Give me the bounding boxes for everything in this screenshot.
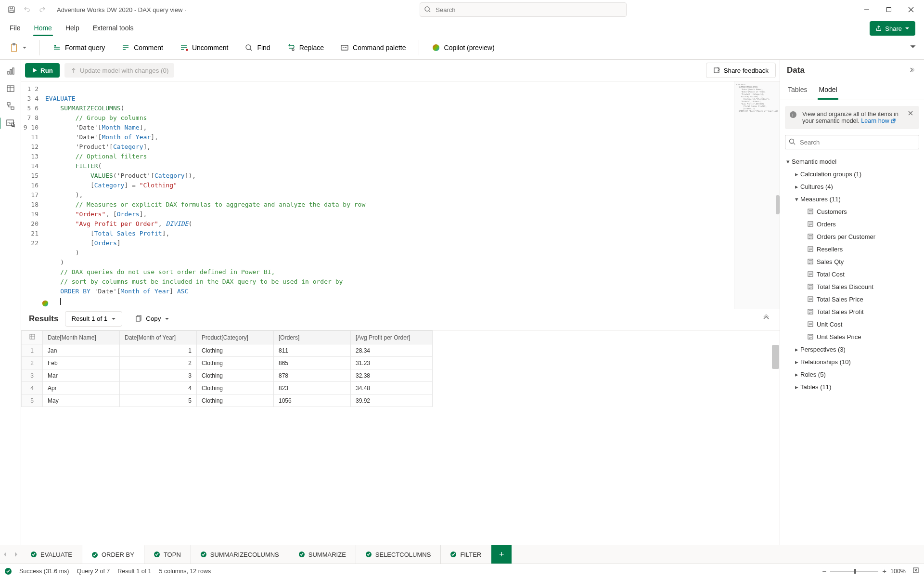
result-selector[interactable]: Result 1 of 1 [65,311,122,327]
global-search-input[interactable] [420,2,627,17]
view-model-icon[interactable] [3,98,18,114]
table-row[interactable]: 1Jan1Clothing81128.34 [22,344,433,357]
model-search-input[interactable] [785,135,919,149]
tree-node[interactable]: ▸Cultures (4) [783,180,921,193]
code-area[interactable]: EVALUATE SUMMARIZECOLUMNS( // Group by c… [42,81,734,309]
measure-item[interactable]: Total Sales Profit [783,305,921,318]
measure-item[interactable]: Total Sales Price [783,293,921,305]
measure-icon [806,246,815,252]
close-button[interactable] [900,0,922,19]
measure-item[interactable]: Customers [783,205,921,218]
zoom-out-button[interactable]: − [822,567,826,575]
model-tree[interactable]: ▾Semantic model▸Calculation groups (1)▸C… [780,153,924,398]
view-table-icon[interactable] [3,81,18,96]
tree-root[interactable]: ▾Semantic model [783,155,921,168]
collapse-results-button[interactable] [760,312,772,325]
dax-editor[interactable]: 1 2 3 4 5 6 7 8 9 10 11 12 13 14 15 16 1… [21,81,780,309]
query-tab-filter[interactable]: FILTER [441,545,491,564]
run-button[interactable]: Run [25,63,60,78]
replace-button[interactable]: Replace [283,40,328,55]
col-category[interactable]: Product[Category] [197,331,274,344]
measure-item[interactable]: Unit Sales Price [783,330,921,343]
learn-how-link[interactable]: Learn how [861,118,896,124]
collapse-datapane-button[interactable] [906,66,917,75]
global-search[interactable] [420,2,627,17]
copy-button[interactable]: Copy [129,311,175,327]
check-icon [299,552,305,557]
col-orders[interactable]: [Orders] [274,331,351,344]
measure-item[interactable]: Total Sales Discount [783,280,921,293]
uncomment-button[interactable]: Uncomment [176,40,232,55]
query-tab-topn[interactable]: TOPN [144,545,191,564]
svg-rect-12 [13,68,14,74]
menu-external-tools[interactable]: External tools [92,21,135,36]
measure-item[interactable]: Resellers [783,243,921,255]
svg-point-9 [433,44,439,51]
check-icon [366,552,372,557]
query-tab-evaluate[interactable]: EVALUATE [21,545,82,564]
uncomment-icon [180,43,188,52]
comment-button[interactable]: Comment [117,40,167,55]
paste-button[interactable] [6,40,31,55]
col-month-name[interactable]: Date[Month Name] [43,331,120,344]
measure-item[interactable]: Orders [783,218,921,230]
minimap[interactable]: EVALUATE SUMMARIZECOLUMNS( 'Date'[Month … [734,81,780,309]
col-avg-profit[interactable]: [Avg Profit per Order] [351,331,433,344]
tree-node[interactable]: ▸Calculation groups (1) [783,168,921,180]
find-button[interactable]: Find [241,40,274,55]
collapse-ribbon-button[interactable] [908,41,918,53]
tree-node[interactable]: ▸Tables (11) [783,381,921,393]
zoom-fit-icon[interactable] [912,567,919,575]
tab-model[interactable]: Model [818,81,838,100]
col-month-of-year[interactable]: Date[Month of Year] [120,331,197,344]
menu-help[interactable]: Help [64,21,80,36]
minimize-button[interactable] [856,0,878,19]
query-tab-order-by[interactable]: ORDER BY [82,545,144,564]
svg-rect-0 [9,7,14,13]
tree-node[interactable]: ▸Perspectives (3) [783,343,921,355]
query-tab-summarizecolumns[interactable]: SUMMARIZECOLUMNS [191,545,289,564]
measure-icon [806,296,815,302]
find-icon [244,43,253,52]
share-button[interactable]: Share [870,21,915,36]
zoom-slider[interactable] [830,571,878,572]
measure-item[interactable]: Orders per Customer [783,230,921,243]
svg-rect-13 [7,86,14,92]
undo-button[interactable] [20,3,34,16]
view-report-icon[interactable] [3,64,18,79]
command-palette-button[interactable]: Command palette [336,40,410,55]
table-row[interactable]: 2Feb2Clothing86531.23 [22,357,433,369]
tab-tables[interactable]: Tables [787,81,808,100]
tree-node[interactable]: ▸Roles (5) [783,368,921,381]
measure-item[interactable]: Sales Qty [783,255,921,268]
menu-file[interactable]: File [9,21,22,36]
status-shape: 5 columns, 12 rows [159,568,211,575]
share-feedback-button[interactable]: Share feedback [706,63,776,78]
query-tab-selectcolumns[interactable]: SELECTCOLUMNS [356,545,441,564]
minimap-scrollbar[interactable] [776,195,780,214]
tree-node[interactable]: ▸Relationships (10) [783,355,921,368]
measure-item[interactable]: Total Cost [783,268,921,280]
close-infobox-button[interactable] [905,110,916,118]
format-query-button[interactable]: Format query [49,40,109,55]
copilot-button[interactable]: Copilot (preview) [428,40,499,55]
tree-node[interactable]: ▾Measures (11) [783,193,921,205]
query-tab-summarize[interactable]: SUMMARIZE [289,545,356,564]
add-query-tab-button[interactable]: + [491,545,512,564]
table-row[interactable]: 3Mar3Clothing87832.38 [22,369,433,382]
copilot-inline-icon[interactable] [41,300,49,307]
menu-home[interactable]: Home [33,21,53,36]
results-grid[interactable]: Date[Month Name] Date[Month of Year] Pro… [21,330,780,545]
view-dax-icon[interactable]: DAX [3,116,18,131]
table-row[interactable]: 5May5Clothing105639.92 [22,394,433,407]
zoom-in-button[interactable]: + [882,567,886,575]
grid-vscroll[interactable] [772,345,779,369]
save-button[interactable] [5,3,18,16]
format-icon [52,43,61,52]
measure-item[interactable]: Unit Cost [783,318,921,330]
redo-button[interactable] [36,3,49,16]
table-row[interactable]: 4Apr4Clothing82334.48 [22,382,433,394]
rownum-header[interactable] [22,331,43,344]
maximize-button[interactable] [878,0,900,19]
status-query: Query 2 of 7 [77,568,110,575]
